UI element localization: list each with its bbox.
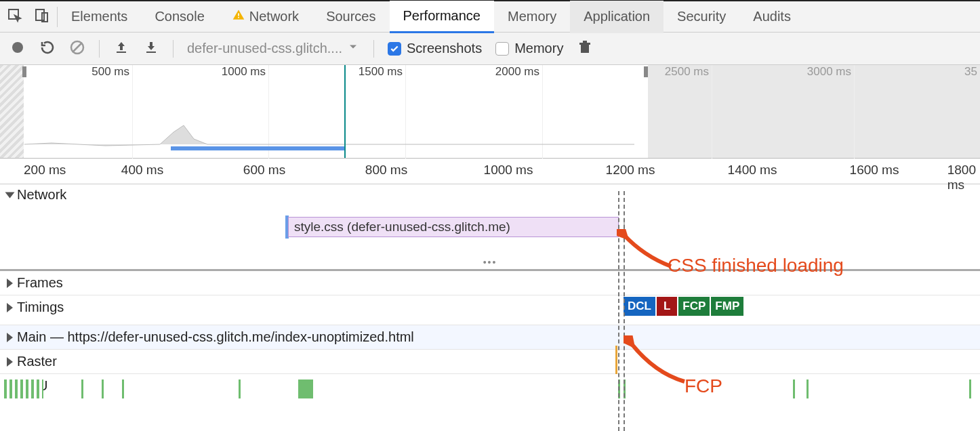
- overview-tick: 35: [964, 65, 980, 79]
- timing-badge-fmp[interactable]: FMP: [711, 297, 743, 316]
- svg-line-7: [73, 43, 82, 52]
- timings-track[interactable]: Timings DCL L FCP FMP: [0, 295, 980, 325]
- overview-tick: 3000 ms: [807, 65, 854, 79]
- checkbox-unchecked-icon: [495, 42, 509, 56]
- gpu-activity: [122, 379, 124, 398]
- trash-icon[interactable]: [577, 39, 593, 58]
- screenshots-label: Screenshots: [407, 41, 482, 56]
- tab-memory[interactable]: Memory: [494, 1, 570, 33]
- ruler-tick: 200 ms: [24, 163, 66, 178]
- tab-network[interactable]: Network: [218, 1, 312, 33]
- raster-label: Raster: [17, 354, 57, 369]
- timing-badge-dcl[interactable]: DCL: [624, 297, 655, 316]
- frames-label: Frames: [17, 275, 63, 291]
- devtools-tabbar: Elements Console Network Sources Perform…: [0, 0, 980, 33]
- svg-rect-8: [117, 52, 126, 53]
- screenshots-checkbox[interactable]: Screenshots: [388, 41, 482, 56]
- tab-network-label: Network: [249, 9, 299, 24]
- ruler-tick: 600 ms: [243, 163, 285, 178]
- gpu-activity: [624, 379, 626, 398]
- recording-select[interactable]: defer-unused-css.glitch....: [187, 40, 360, 57]
- overview-marker: [344, 65, 346, 158]
- gpu-activity: [102, 379, 104, 398]
- tab-security[interactable]: Security: [663, 1, 739, 33]
- warning-icon: [232, 8, 245, 25]
- overview-tick: 500 ms: [91, 65, 132, 79]
- timing-badges: DCL L FCP FMP: [624, 297, 743, 316]
- gpu-activity: [618, 379, 620, 398]
- overview-span: [171, 146, 346, 150]
- tab-audits[interactable]: Audits: [739, 1, 804, 33]
- network-label: Network: [17, 187, 66, 203]
- main-track[interactable]: Main — https://defer-unused-css.glitch.m…: [0, 325, 980, 350]
- device-toggle-icon[interactable]: [34, 7, 50, 26]
- tab-sources[interactable]: Sources: [312, 1, 389, 33]
- svg-rect-12: [583, 41, 587, 43]
- gpu-activity: [969, 379, 971, 398]
- gpu-activity: [807, 379, 809, 398]
- memory-label: Memory: [514, 41, 563, 56]
- svg-rect-10: [581, 45, 589, 53]
- ruler-tick: 800 ms: [365, 163, 407, 178]
- inspect-element-icon[interactable]: [7, 7, 23, 26]
- ruler-tick: 1600 ms: [850, 163, 899, 178]
- frames-track[interactable]: Frames: [0, 271, 980, 295]
- tab-application[interactable]: Application: [570, 1, 663, 33]
- timing-badge-l[interactable]: L: [657, 297, 677, 316]
- svg-rect-3: [238, 14, 239, 16]
- gpu-activity: [4, 379, 43, 398]
- chevron-down-icon: [346, 40, 360, 57]
- network-after-tick: [624, 218, 625, 234]
- tab-console[interactable]: Console: [141, 1, 218, 33]
- ruler-tick: 1000 ms: [484, 163, 533, 178]
- overview-ticks: 500 ms 1000 ms 1500 ms 2000 ms 2500 ms 3…: [0, 65, 980, 81]
- upload-icon[interactable]: [113, 39, 129, 58]
- record-icon[interactable]: [9, 39, 26, 58]
- gpu-activity: [793, 379, 795, 398]
- tab-elements[interactable]: Elements: [58, 1, 141, 33]
- recording-select-label: defer-unused-css.glitch....: [187, 41, 342, 56]
- reload-icon[interactable]: [39, 39, 56, 58]
- gpu-activity: [81, 379, 83, 398]
- gpu-track[interactable]: GPU: [0, 374, 980, 404]
- timing-badge-fcp[interactable]: FCP: [678, 297, 710, 316]
- overview-timeline[interactable]: 500 ms 1000 ms 1500 ms 2000 ms 2500 ms 3…: [0, 65, 980, 159]
- svg-rect-1: [36, 9, 44, 20]
- checkbox-checked-icon: [388, 42, 401, 56]
- raster-track[interactable]: Raster: [0, 350, 980, 374]
- ruler-tick: 400 ms: [121, 163, 163, 178]
- dots-icon[interactable]: •••: [483, 257, 497, 268]
- memory-checkbox[interactable]: Memory: [495, 41, 563, 56]
- disclosure-triangle-icon[interactable]: [7, 303, 13, 312]
- overview-tick: 1000 ms: [222, 65, 268, 79]
- gpu-activity: [298, 379, 313, 398]
- ruler-tick: 1200 ms: [606, 163, 655, 178]
- disclosure-triangle-icon[interactable]: [7, 357, 13, 367]
- svg-rect-4: [238, 17, 239, 18]
- svg-rect-9: [146, 52, 156, 53]
- overview-tick: 2000 ms: [495, 65, 542, 79]
- network-request-label: style.css (defer-unused-css.glitch.me): [294, 220, 510, 234]
- svg-rect-11: [579, 43, 590, 45]
- main-label: Main — https://defer-unused-css.glitch.m…: [17, 329, 414, 345]
- disclosure-triangle-icon[interactable]: [5, 192, 15, 198]
- tab-performance[interactable]: Performance: [390, 1, 495, 33]
- gpu-activity: [239, 379, 241, 398]
- network-request-bar[interactable]: style.css (defer-unused-css.glitch.me): [288, 217, 619, 237]
- network-track[interactable]: Network style.css (defer-unused-css.glit…: [0, 184, 980, 271]
- performance-toolbar: defer-unused-css.glitch.... Screenshots …: [0, 33, 980, 65]
- timings-label: Timings: [17, 300, 64, 315]
- svg-point-5: [12, 42, 23, 53]
- download-icon[interactable]: [143, 39, 159, 58]
- overview-tick: 2500 ms: [665, 65, 712, 79]
- disclosure-triangle-icon[interactable]: [7, 279, 13, 288]
- ruler-tick: 1400 ms: [728, 163, 777, 178]
- clear-icon[interactable]: [69, 39, 85, 58]
- detail-ruler[interactable]: 200 ms 400 ms 600 ms 800 ms 1000 ms 1200…: [0, 159, 980, 184]
- disclosure-triangle-icon[interactable]: [7, 333, 13, 342]
- overview-tick: 1500 ms: [359, 65, 405, 79]
